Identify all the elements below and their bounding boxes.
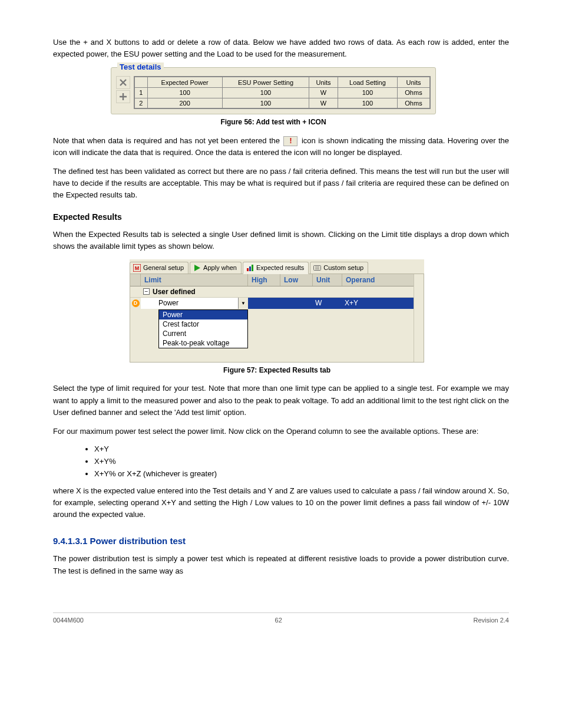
paragraph-erricon: Note that when data is required and has … (53, 135, 509, 159)
limits-grid: Limit High Low Unit Operand User defined… (130, 274, 424, 363)
add-row-button[interactable] (116, 90, 130, 103)
cell-units1: W (309, 87, 338, 98)
tab-general-setup[interactable]: M General setup (130, 262, 189, 274)
tab-label: Custom setup (323, 264, 363, 271)
col-header: ESU Power Setting (222, 77, 309, 87)
panel-legend: Test details (117, 62, 164, 71)
col-high: High (248, 274, 280, 286)
limit-row-selected[interactable]: D Power W X+Y (130, 298, 424, 309)
tab-label: Apply when (203, 264, 237, 271)
col-low: Low (280, 274, 313, 286)
svg-rect-6 (314, 265, 321, 270)
group-label: User defined (153, 288, 196, 296)
table-row[interactable]: 2 200 100 W 100 Ohms (134, 98, 430, 108)
m-icon: M (133, 264, 141, 272)
table-row[interactable]: 1 100 100 W 100 Ohms (134, 87, 430, 98)
tab-label: Expected results (256, 264, 304, 271)
dropdown-option[interactable]: Crest factor (159, 319, 247, 329)
tab-apply-when[interactable]: Apply when (190, 262, 242, 274)
cell-load[interactable]: 100 (338, 98, 397, 108)
x-icon (119, 78, 127, 87)
delete-row-button[interactable] (116, 76, 130, 89)
row-number: 1 (134, 87, 147, 98)
paragraph-validation: The defined test has been validated as c… (53, 166, 509, 201)
heading-expected-results: Expected Results (53, 212, 509, 222)
cell-esu[interactable]: 100 (222, 87, 309, 98)
footer-right: Revision 2.4 (473, 617, 509, 624)
tab-expected-results[interactable]: Expected results (243, 262, 309, 274)
cell-units2: Ohms (397, 98, 430, 108)
svg-marker-2 (194, 265, 200, 271)
error-icon: ! (283, 136, 297, 146)
limit-type-dropdown[interactable]: Power (141, 298, 248, 309)
dropdown-option[interactable]: Peak-to-peak voltage (159, 338, 247, 348)
col-header: Units (309, 77, 338, 87)
tab-label: General setup (143, 264, 184, 271)
cell-unit: W (313, 298, 342, 309)
col-header (134, 77, 147, 87)
svg-rect-4 (249, 266, 251, 271)
figure-caption: Figure 56: Add test with + ICON (111, 117, 436, 128)
paragraph-select-limit: Select the type of limit required for yo… (53, 383, 509, 418)
cell-load[interactable]: 100 (338, 87, 397, 98)
play-icon (193, 264, 201, 272)
dropdown-value: Power (158, 299, 178, 307)
cell-units1: W (309, 98, 338, 108)
dropdown-option[interactable]: Power (159, 310, 247, 319)
col-operand: Operand (342, 274, 424, 286)
footer-center: 62 (275, 617, 282, 624)
limits-header-row: Limit High Low Unit Operand (130, 274, 424, 286)
cell-esu[interactable]: 100 (222, 98, 309, 108)
svg-rect-3 (247, 268, 249, 271)
test-details-table: Expected Power ESU Power Setting Units L… (134, 76, 431, 109)
heading-power-dist: 9.4.1.3.1 Power distribution test (53, 536, 509, 546)
col-header: Expected Power (147, 77, 222, 87)
col-unit: Unit (313, 274, 342, 286)
cell-high[interactable] (248, 298, 280, 309)
col-header: Load Setting (338, 77, 397, 87)
limit-dropdown-list[interactable]: Power Crest factor Current Peak-to-peak … (158, 309, 248, 348)
bar-chart-icon (246, 264, 254, 272)
cell-expected[interactable]: 100 (147, 87, 222, 98)
svg-rect-5 (252, 265, 253, 271)
cell-operand[interactable]: X+Y (342, 298, 424, 309)
page-footer: 0044M600 62 Revision 2.4 (53, 612, 509, 624)
cell-low[interactable] (280, 298, 313, 309)
list-item: X+Y% or X+Z (whichever is greater) (94, 469, 509, 478)
paragraph-expected: When the Expected Results tab is selecte… (53, 229, 509, 252)
d-badge-icon: D (132, 299, 140, 307)
svg-text:M: M (135, 265, 140, 271)
row-number: 2 (134, 98, 147, 108)
paragraph-intro: Use the + and X buttons to add or delete… (53, 37, 509, 60)
col-limit: Limit (141, 274, 248, 286)
cell-expected[interactable]: 200 (147, 98, 222, 108)
paragraph-operand-explain: where X is the expected value entered in… (53, 485, 509, 521)
list-item: X+Y% (94, 457, 509, 466)
figure-caption: Figure 57: Expected Results tab (130, 365, 424, 376)
group-user-defined[interactable]: User defined (130, 286, 424, 298)
table-header-row: Expected Power ESU Power Setting Units L… (134, 77, 430, 87)
test-details-panel: Test details Expected Power ESU Power Se… (111, 67, 436, 114)
tab-custom-setup[interactable]: Custom setup (310, 262, 368, 274)
col-header: Units (397, 77, 430, 87)
settings-icon (313, 264, 321, 272)
tab-bar: M General setup Apply when Expected resu… (130, 259, 424, 274)
chevron-down-icon[interactable] (238, 298, 248, 309)
collapse-icon[interactable] (143, 288, 150, 295)
paragraph-power-dist: The power distribution test is simply a … (53, 553, 509, 577)
list-item: X+Y (94, 444, 509, 453)
plus-icon (119, 93, 127, 101)
vertical-scrollbar[interactable] (414, 274, 424, 362)
operand-bullets: X+Y X+Y% X+Y% or X+Z (whichever is great… (94, 444, 509, 478)
cell-units2: Ohms (397, 87, 430, 98)
footer-left: 0044M600 (53, 617, 84, 624)
paragraph-operand-intro: For our maximum power test select the po… (53, 426, 509, 437)
dropdown-option[interactable]: Current (159, 329, 247, 338)
